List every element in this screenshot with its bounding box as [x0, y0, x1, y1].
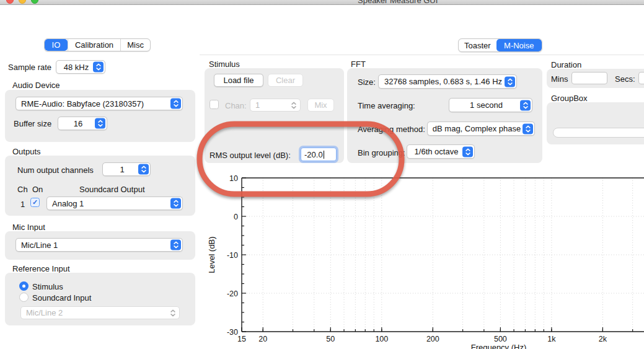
duration-group-label: Duration	[551, 60, 581, 69]
rms-output-level-field[interactable]: -20.0	[301, 148, 337, 161]
frequency-response-chart: 1520501002005001k2k100-10-20-30Level (dB…	[205, 172, 644, 349]
fft-size-label: Size:	[358, 77, 376, 87]
svg-text:200: 200	[426, 335, 439, 343]
svg-text:10: 10	[229, 174, 238, 183]
mins-label: Mins	[551, 74, 568, 84]
svg-text:20: 20	[258, 335, 267, 343]
stepper-icon	[93, 62, 104, 73]
stepper-icon	[138, 164, 149, 175]
stepper-icon	[170, 99, 181, 109]
groupbox-label: GroupBox	[551, 94, 588, 103]
stepper-icon	[523, 123, 533, 134]
reference-soundcard-select: Mic/Line 2	[20, 306, 180, 319]
num-output-channels-select[interactable]: 1	[102, 162, 151, 176]
svg-text:2k: 2k	[599, 335, 607, 343]
time-averaging-label: Time averaging:	[358, 101, 415, 110]
outputs-label: Outputs	[12, 147, 41, 156]
tab-m-noise[interactable]: M-Noise	[496, 39, 542, 51]
tab-toaster[interactable]: Toaster	[459, 39, 496, 51]
audio-device-label: Audio Device	[12, 81, 60, 90]
tab-io[interactable]: IO	[45, 39, 68, 51]
io-tab-bar: IO Calibration Misc	[44, 38, 151, 51]
sample-rate-label: Sample rate	[8, 63, 51, 72]
svg-text:100: 100	[375, 335, 388, 343]
stepper-icon	[505, 76, 515, 87]
close-button[interactable]	[6, 0, 14, 4]
soundcard-output-select[interactable]: Analog 1	[46, 197, 183, 210]
svg-text:15: 15	[237, 335, 246, 343]
tab-calibration[interactable]: Calibration	[68, 39, 121, 51]
zoom-button[interactable]	[31, 0, 38, 4]
mins-field[interactable]	[571, 72, 607, 84]
averaging-method-select[interactable]: dB mag, Complex phase	[427, 121, 535, 136]
secs-field[interactable]	[638, 72, 644, 84]
soundcard-input-radio[interactable]	[19, 293, 29, 302]
minimize-button[interactable]	[19, 0, 26, 4]
column-ch: Ch	[17, 185, 28, 194]
rms-output-level-label: RMS output level (dB):	[210, 151, 291, 160]
groupbox-group	[547, 102, 644, 144]
column-soundcard-output: Soundcard Output	[79, 185, 145, 194]
channel-number: 1	[20, 200, 25, 209]
bin-grouping-label: Bin grouping:	[358, 148, 405, 157]
bin-grouping-select[interactable]: 1/6th octave	[407, 144, 475, 159]
chan-checkbox	[210, 100, 219, 109]
stimulus-radio-label: Stimulus	[32, 282, 63, 291]
time-averaging-select[interactable]: 1 second	[449, 98, 532, 112]
svg-text:50: 50	[326, 335, 335, 343]
chan-select: 1	[250, 99, 301, 112]
stepper-icon	[462, 146, 473, 157]
chan-label: Chan:	[225, 101, 247, 110]
num-output-channels-label: Num output channels	[17, 166, 94, 175]
tab-misc[interactable]: Misc	[120, 39, 150, 51]
window-title: Speaker Measure GUI	[358, 0, 438, 5]
buffer-size-label: Buffer size	[14, 119, 51, 128]
soundcard-input-radio-label: Soundcard Input	[32, 293, 91, 303]
channel-on-checkbox[interactable]: ✓	[30, 198, 40, 207]
audio-device-select[interactable]: RME-Audio: Babyface (23180357)	[15, 97, 183, 110]
sample-rate-select[interactable]: 48 kHz	[56, 60, 105, 74]
title-bar: Speaker Measure GUI	[0, 0, 644, 5]
stepper-icon	[288, 100, 299, 110]
svg-text:-20: -20	[227, 289, 238, 298]
stepper-icon	[170, 240, 181, 250]
reference-input-label: Reference Input	[12, 264, 70, 273]
stepper-icon	[520, 100, 531, 110]
svg-text:500: 500	[494, 335, 507, 343]
clear-button: Clear	[268, 74, 303, 87]
text-cursor	[324, 151, 324, 159]
mic-input-select[interactable]: Mic/Line 1	[15, 238, 183, 252]
column-on: On	[32, 185, 43, 194]
panel-divider	[200, 55, 644, 55]
stepper-icon	[95, 118, 105, 129]
stepper-icon	[167, 307, 178, 318]
secs-label: Secs:	[615, 74, 635, 84]
mic-input-label: Mic Input	[12, 223, 45, 232]
stimulus-radio[interactable]	[19, 281, 29, 291]
svg-text:1k: 1k	[547, 335, 556, 343]
fft-size-select[interactable]: 32768 samples, 0.683 s, 1.46 Hz	[378, 74, 517, 89]
averaging-method-label: Averaging method:	[358, 125, 425, 134]
svg-text:-30: -30	[227, 328, 238, 337]
signal-tab-bar: Toaster M-Noise	[458, 38, 542, 52]
svg-text:-10: -10	[227, 251, 238, 260]
stimulus-group-label: Stimulus	[209, 60, 240, 69]
fft-group-label: FFT	[351, 60, 366, 69]
svg-text:0: 0	[234, 213, 238, 221]
load-file-button[interactable]: Load file	[214, 74, 263, 87]
mix-button: Mix	[307, 99, 334, 112]
groupbox-field[interactable]	[553, 128, 644, 138]
stepper-icon	[170, 198, 181, 209]
svg-text:Level (dB): Level (dB)	[207, 236, 216, 273]
svg-text:Frequency (Hz): Frequency (Hz)	[471, 343, 527, 349]
buffer-size-select[interactable]: 16	[58, 117, 107, 130]
